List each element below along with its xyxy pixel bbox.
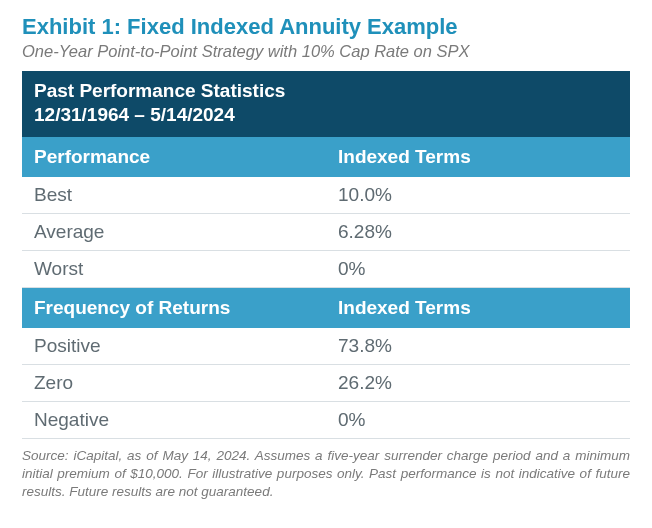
source-footnote: Source: iCapital, as of May 14, 2024. As… bbox=[22, 447, 630, 502]
row-value: 6.28% bbox=[326, 213, 630, 250]
row-label: Negative bbox=[22, 401, 326, 438]
row-label: Positive bbox=[22, 328, 326, 365]
header-frequency: Frequency of Returns bbox=[22, 287, 326, 328]
table-row: Negative 0% bbox=[22, 401, 630, 438]
row-value: 0% bbox=[326, 401, 630, 438]
row-value: 0% bbox=[326, 250, 630, 287]
table-row: Zero 26.2% bbox=[22, 364, 630, 401]
band-line-1: Past Performance Statistics bbox=[34, 79, 618, 103]
exhibit-subtitle: One-Year Point-to-Point Strategy with 10… bbox=[22, 42, 630, 61]
band-line-2: 12/31/1964 – 5/14/2024 bbox=[34, 103, 618, 127]
table-row: Average 6.28% bbox=[22, 213, 630, 250]
row-label: Worst bbox=[22, 250, 326, 287]
performance-table: Past Performance Statistics 12/31/1964 –… bbox=[22, 71, 630, 439]
row-value: 73.8% bbox=[326, 328, 630, 365]
table-title-band: Past Performance Statistics 12/31/1964 –… bbox=[22, 71, 630, 137]
header-indexed-terms: Indexed Terms bbox=[326, 287, 630, 328]
table-row: Positive 73.8% bbox=[22, 328, 630, 365]
section-header-performance: Performance Indexed Terms bbox=[22, 137, 630, 177]
row-value: 26.2% bbox=[326, 364, 630, 401]
table-row: Worst 0% bbox=[22, 250, 630, 287]
row-value: 10.0% bbox=[326, 177, 630, 214]
exhibit-title: Exhibit 1: Fixed Indexed Annuity Example bbox=[22, 14, 630, 40]
row-label: Zero bbox=[22, 364, 326, 401]
row-label: Best bbox=[22, 177, 326, 214]
header-indexed-terms: Indexed Terms bbox=[326, 137, 630, 177]
section-header-frequency: Frequency of Returns Indexed Terms bbox=[22, 287, 630, 328]
table-row: Best 10.0% bbox=[22, 177, 630, 214]
header-performance: Performance bbox=[22, 137, 326, 177]
row-label: Average bbox=[22, 213, 326, 250]
